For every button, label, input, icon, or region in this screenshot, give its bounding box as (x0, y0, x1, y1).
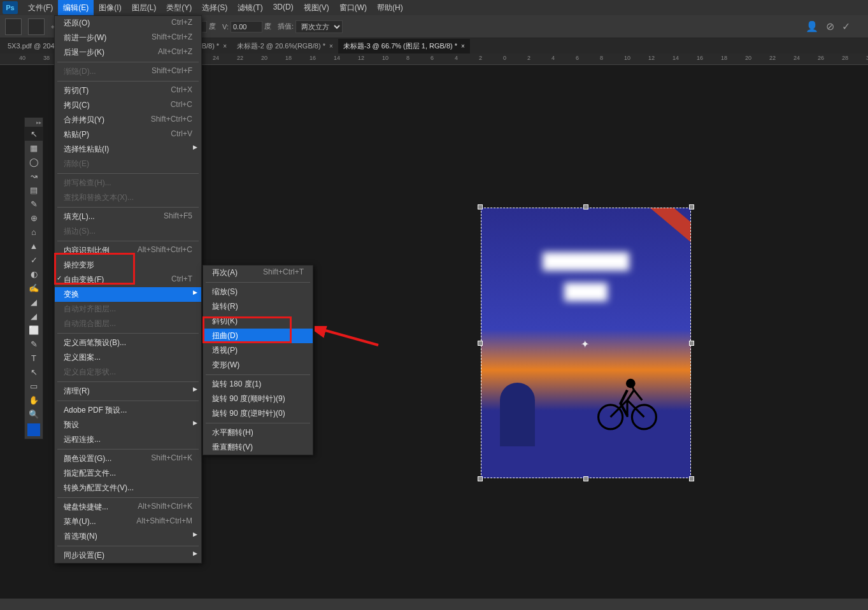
menu-图层(L)[interactable]: 图层(L) (127, 0, 162, 16)
handle-bottom-left[interactable] (478, 476, 483, 481)
tool-9[interactable]: ✓ (25, 253, 43, 267)
ruler-tick: 10 (624, 55, 630, 61)
menu-窗口(W)[interactable]: 窗口(W) (334, 0, 372, 16)
cancel-icon[interactable]: ⊘ (826, 20, 834, 32)
menu-item-首选项(N)[interactable]: 首选项(N) (55, 529, 201, 544)
menu-视图(V)[interactable]: 视图(V) (299, 0, 334, 16)
menu-separator (57, 207, 199, 208)
menu-item-内容识别比例[interactable]: 内容识别比例Alt+Shift+Ctrl+C (55, 243, 201, 258)
menu-item-还原(O)[interactable]: 还原(O)Ctrl+Z (55, 16, 201, 31)
tool-preset-icon[interactable] (5, 18, 22, 35)
menu-item-定义画笔预设(B)...[interactable]: 定义画笔预设(B)... (55, 336, 201, 350)
tool-12[interactable]: ◢ (25, 295, 43, 309)
menu-滤镜(T)[interactable]: 滤镜(T) (232, 0, 267, 16)
menu-item-变换[interactable]: 变换 (55, 287, 201, 302)
menu-图像(I)[interactable]: 图像(I) (94, 0, 126, 16)
menu-item-指定配置文件...[interactable]: 指定配置文件... (55, 466, 201, 481)
tool-6[interactable]: ⊕ (25, 211, 43, 225)
tool-0[interactable]: ↖ (25, 127, 43, 141)
tool-11[interactable]: ✍ (25, 281, 43, 295)
user-icon[interactable]: 👤 (806, 20, 818, 32)
menu-选择(S)[interactable]: 选择(S) (197, 0, 232, 16)
menu-item-斜切(K)[interactable]: 斜切(K) (203, 314, 313, 329)
tool-5[interactable]: ✎ (25, 197, 43, 211)
tool-1[interactable]: ▦ (25, 141, 43, 155)
tool-15[interactable]: ✎ (25, 337, 43, 351)
tool-19[interactable]: ✋ (25, 393, 43, 407)
field-v[interactable] (231, 21, 262, 32)
menu-编辑(E)[interactable]: 编辑(E) (58, 0, 94, 16)
tool-8[interactable]: ▲ (25, 239, 43, 253)
menu-item-选择性粘贴(I)[interactable]: 选择性粘贴(I) (55, 142, 201, 157)
menu-item-透视(P)[interactable]: 透视(P) (203, 343, 313, 358)
menu-item-水平翻转(H)[interactable]: 水平翻转(H) (203, 425, 313, 440)
tab-close-icon[interactable]: × (329, 43, 333, 50)
document-tab[interactable]: 未标题-3 @ 66.7% (图层 1, RGB/8) *× (338, 39, 470, 53)
menu-item-Adobe PDF 预设...[interactable]: Adobe PDF 预设... (55, 403, 201, 418)
tab-close-icon[interactable]: × (461, 43, 465, 50)
handle-bottom-mid[interactable] (583, 476, 588, 481)
menu-item-粘贴(P)[interactable]: 粘贴(P)Ctrl+V (55, 127, 201, 142)
ruler-tick: 22 (237, 55, 243, 61)
menu-item-同步设置(E)[interactable]: 同步设置(E) (55, 548, 201, 563)
menu-item-旋转 90 度(顺时针)(9)[interactable]: 旋转 90 度(顺时针)(9) (203, 392, 313, 406)
tool-13[interactable]: ◢ (25, 309, 43, 323)
handle-mid-right[interactable] (689, 341, 694, 346)
tab-close-icon[interactable]: × (223, 43, 227, 50)
menu-3D(D)[interactable]: 3D(D) (268, 0, 299, 16)
degree-label-3: 度 (264, 22, 271, 31)
tool-4[interactable]: ▤ (25, 183, 43, 197)
tool-20[interactable]: 🔍 (25, 407, 43, 421)
toolbox-header[interactable]: ▸▸ (25, 118, 43, 127)
tool-7[interactable]: ⌂ (25, 225, 43, 239)
tool-16[interactable]: T (25, 351, 43, 365)
commit-icon[interactable]: ✓ (842, 20, 850, 32)
menu-item-远程连接...[interactable]: 远程连接... (55, 432, 201, 447)
menu-帮助(H)[interactable]: 帮助(H) (372, 0, 408, 16)
tool-3[interactable]: ↝ (25, 169, 43, 183)
handle-mid-left[interactable] (478, 341, 483, 346)
menu-item-转换为配置文件(V)...[interactable]: 转换为配置文件(V)... (55, 481, 201, 495)
menu-item-变形(W)[interactable]: 变形(W) (203, 358, 313, 372)
menu-item-渐隐(D)...: 渐隐(D)...Shift+Ctrl+F (55, 64, 201, 79)
menu-item-旋转 180 度(1)[interactable]: 旋转 180 度(1) (203, 377, 313, 392)
menu-item-剪切(T)[interactable]: 剪切(T)Ctrl+X (55, 83, 201, 98)
tool-10[interactable]: ◐ (25, 267, 43, 281)
menu-item-操控变形[interactable]: 操控变形 (55, 258, 201, 273)
menu-item-自由变换(F)[interactable]: 自由变换(F)Ctrl+T (55, 273, 201, 287)
canvas-selection[interactable]: ████████████ ✦ (481, 208, 691, 478)
menu-item-预设[interactable]: 预设 (55, 418, 201, 432)
menu-item-旋转(R)[interactable]: 旋转(R) (203, 299, 313, 314)
menu-文件(F)[interactable]: 文件(F) (23, 0, 58, 16)
menu-item-前进一步(W)[interactable]: 前进一步(W)Shift+Ctrl+Z (55, 31, 201, 45)
interp-select[interactable]: 两次立方 (295, 20, 343, 33)
document-tab[interactable]: 未标题-2 @ 20.6%(RGB/8) *× (232, 39, 338, 53)
transform-center-icon[interactable]: ✦ (581, 338, 589, 350)
handle-top-left[interactable] (478, 204, 483, 209)
foreground-swatch[interactable] (27, 423, 40, 436)
menu-item-填充(L)...[interactable]: 填充(L)...Shift+F5 (55, 209, 201, 224)
menu-item-扭曲(D)[interactable]: 扭曲(D) (203, 329, 313, 343)
menu-item-再次(A)[interactable]: 再次(A)Shift+Ctrl+T (203, 266, 313, 280)
menu-item-定义图案...[interactable]: 定义图案... (55, 350, 201, 365)
menu-item-拷贝(C)[interactable]: 拷贝(C)Ctrl+C (55, 98, 201, 113)
menu-item-缩放(S)[interactable]: 缩放(S) (203, 285, 313, 299)
menu-item-菜单(U)...[interactable]: 菜单(U)...Alt+Shift+Ctrl+M (55, 514, 201, 529)
document-tab[interactable]: 5X3.pdf @ 204 (3, 39, 60, 53)
reference-point-icon[interactable] (28, 18, 45, 35)
tool-18[interactable]: ▭ (25, 379, 43, 393)
tool-2[interactable]: ◯ (25, 155, 43, 169)
menu-item-清理(R)[interactable]: 清理(R) (55, 384, 201, 399)
menu-类型(Y)[interactable]: 类型(Y) (161, 0, 197, 16)
handle-bottom-right[interactable] (689, 476, 694, 481)
menu-item-合并拷贝(Y)[interactable]: 合并拷贝(Y)Shift+Ctrl+C (55, 113, 201, 127)
menu-item-键盘快捷键...[interactable]: 键盘快捷键...Alt+Shift+Ctrl+K (55, 500, 201, 514)
tool-14[interactable]: ⬜ (25, 323, 43, 337)
tool-17[interactable]: ↖ (25, 365, 43, 379)
menu-item-旋转 90 度(逆时针)(0)[interactable]: 旋转 90 度(逆时针)(0) (203, 406, 313, 421)
menu-item-颜色设置(G)...[interactable]: 颜色设置(G)...Shift+Ctrl+K (55, 451, 201, 466)
menu-item-后退一步(K)[interactable]: 后退一步(K)Alt+Ctrl+Z (55, 45, 201, 60)
handle-top-mid[interactable] (583, 204, 588, 209)
handle-top-right[interactable] (689, 204, 694, 209)
menu-item-垂直翻转(V)[interactable]: 垂直翻转(V) (203, 440, 313, 455)
